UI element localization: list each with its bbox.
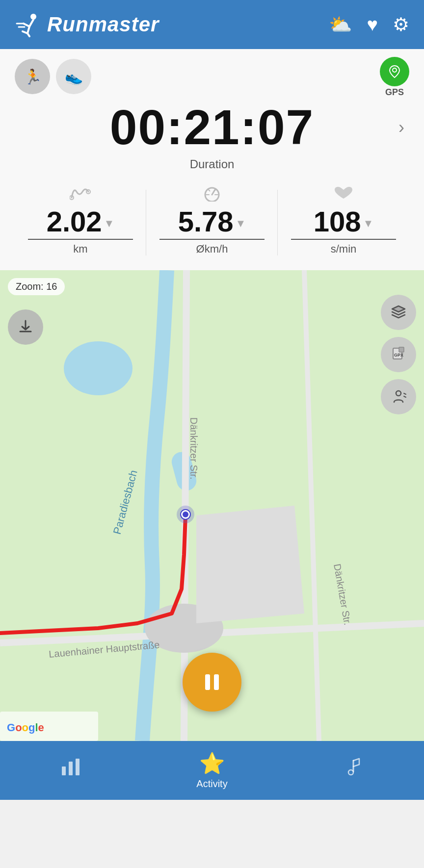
runmaster-logo-icon xyxy=(15,12,40,37)
gps-badge: GPS xyxy=(380,57,409,98)
speed-value-row: 5.78 ▼ xyxy=(178,207,246,236)
map-container[interactable]: Paradiesbach Dänkritzer Str. Dänkritzer … xyxy=(0,270,424,741)
speed-value: 5.78 xyxy=(178,207,234,236)
nav-item-stats[interactable] xyxy=(0,758,141,784)
timer-display: 00:21:07 xyxy=(15,99,409,155)
svg-rect-32 xyxy=(205,674,210,690)
svg-text:Dänkritzer Str.: Dänkritzer Str. xyxy=(188,417,199,480)
favorite-icon[interactable]: ♥ xyxy=(367,14,378,35)
header-icons: ⛅ ♥ ⚙ xyxy=(329,14,409,35)
map-controls: GPX xyxy=(381,295,416,414)
download-button[interactable] xyxy=(8,309,43,345)
svg-point-37 xyxy=(348,770,353,775)
distance-metric: 2.02 ▼ km xyxy=(15,185,146,255)
svg-line-5 xyxy=(27,33,29,36)
timer-label: Duration xyxy=(15,157,409,171)
gps-icon xyxy=(380,57,409,86)
logo-container: Runmaster xyxy=(15,12,159,37)
svg-point-17 xyxy=(64,341,132,395)
heartrate-value-row: 108 ▼ xyxy=(314,207,374,236)
svg-point-31 xyxy=(396,391,401,396)
settings-icon[interactable]: ⚙ xyxy=(393,14,409,35)
distance-divider xyxy=(28,239,133,240)
speed-unit: Økm/h xyxy=(196,243,228,255)
distance-value-row: 2.02 ▼ xyxy=(47,207,115,236)
zoom-badge: Zoom: 16 xyxy=(8,278,65,295)
weather-icon[interactable]: ⛅ xyxy=(329,14,352,35)
speed-divider xyxy=(159,239,265,240)
user-location-button[interactable] xyxy=(381,379,416,414)
walk-button[interactable]: 👟 xyxy=(56,59,91,94)
heartrate-unit: s/min xyxy=(331,243,357,255)
music-icon xyxy=(344,758,362,781)
heartrate-divider xyxy=(291,239,396,240)
svg-point-9 xyxy=(393,69,396,72)
stats-panel: 🏃 👟 GPS 00:21:07 › Duration xyxy=(0,49,424,270)
header: Runmaster ⛅ ♥ ⚙ xyxy=(0,0,424,49)
distance-unit: km xyxy=(73,243,87,255)
svg-line-1 xyxy=(29,20,33,26)
svg-point-26 xyxy=(183,511,188,517)
distance-value: 2.02 xyxy=(47,207,102,236)
speed-icon xyxy=(201,185,223,205)
svg-rect-29 xyxy=(399,347,404,352)
timer-section: 00:21:07 › xyxy=(15,99,409,155)
heartrate-dropdown-icon[interactable]: ▼ xyxy=(363,217,374,230)
speed-dropdown-icon[interactable]: ▼ xyxy=(236,217,246,230)
nav-label-activity: Activity xyxy=(196,778,227,790)
distance-dropdown-icon[interactable]: ▼ xyxy=(104,217,115,230)
stats-icon xyxy=(60,758,81,781)
metrics-row: 2.02 ▼ km 5.78 ▼ xyxy=(15,180,409,265)
nav-item-activity[interactable]: ⭐ Activity xyxy=(141,751,283,790)
pause-button[interactable] xyxy=(183,653,241,712)
activity-star-icon: ⭐ xyxy=(199,751,225,775)
svg-line-3 xyxy=(27,26,29,33)
speed-metric: 5.78 ▼ Økm/h xyxy=(146,185,278,255)
svg-rect-35 xyxy=(69,762,73,775)
svg-rect-36 xyxy=(76,759,80,775)
nav-item-music[interactable] xyxy=(283,758,424,784)
svg-line-2 xyxy=(24,24,29,26)
timer-arrow-icon[interactable]: › xyxy=(398,117,404,138)
google-logo: Google xyxy=(7,721,44,734)
gps-label: GPS xyxy=(385,87,404,98)
heart-icon xyxy=(333,185,354,205)
gpx-button[interactable]: GPX xyxy=(381,337,416,372)
app-title: Runmaster xyxy=(47,13,159,36)
heartrate-metric: 108 ▼ s/min xyxy=(278,185,409,255)
activity-type-buttons: 🏃 👟 xyxy=(15,59,409,94)
run-button[interactable]: 🏃 xyxy=(15,59,50,94)
distance-icon xyxy=(70,185,91,205)
heartrate-value: 108 xyxy=(314,207,361,236)
svg-rect-33 xyxy=(214,674,219,690)
bottom-nav: ⭐ Activity xyxy=(0,741,424,800)
layers-button[interactable] xyxy=(381,295,416,330)
svg-text:GPX: GPX xyxy=(394,353,403,357)
svg-rect-34 xyxy=(62,766,66,775)
